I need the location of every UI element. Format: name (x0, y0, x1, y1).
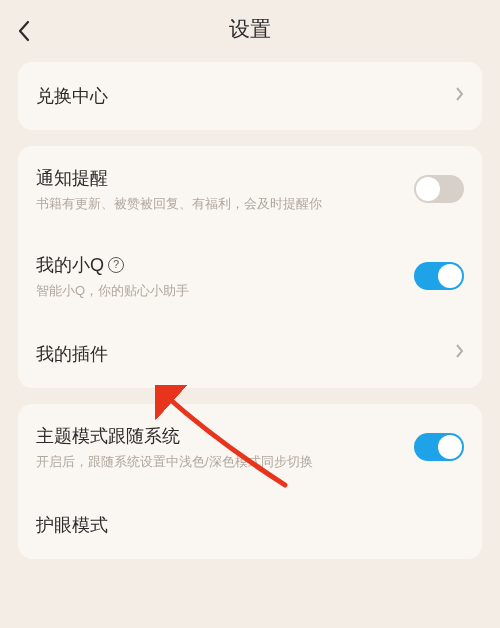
row-subtitle: 智能小Q，你的贴心小助手 (36, 283, 414, 300)
help-icon[interactable]: ? (108, 257, 124, 273)
back-button[interactable] (18, 20, 30, 46)
row-subtitle: 开启后，跟随系统设置中浅色/深色模式同步切换 (36, 454, 414, 471)
toggle-notifications[interactable] (414, 175, 464, 203)
row-title: 主题模式跟随系统 (36, 424, 414, 448)
row-title: 通知提醒 (36, 166, 414, 190)
row-theme-follow-system[interactable]: 主题模式跟随系统 开启后，跟随系统设置中浅色/深色模式同步切换 (18, 404, 482, 491)
row-notification-reminder[interactable]: 通知提醒 书籍有更新、被赞被回复、有福利，会及时提醒你 (18, 146, 482, 233)
toggle-theme-follow[interactable] (414, 433, 464, 461)
row-eye-care-mode[interactable]: 护眼模式 (18, 491, 482, 559)
row-title: 我的插件 (36, 342, 456, 366)
page-title: 设置 (18, 15, 482, 43)
row-my-little-q[interactable]: 我的小Q ? 智能小Q，你的贴心小助手 (18, 233, 482, 320)
row-title: 我的小Q ? (36, 253, 414, 277)
chevron-right-icon (456, 86, 464, 107)
toggle-little-q[interactable] (414, 262, 464, 290)
toggle-knob (438, 435, 462, 459)
row-my-plugins[interactable]: 我的插件 (18, 320, 482, 388)
back-icon (18, 20, 30, 42)
row-title-text: 我的小Q (36, 253, 104, 277)
toggle-knob (438, 264, 462, 288)
row-title: 兑换中心 (36, 84, 456, 108)
card-notifications: 通知提醒 书籍有更新、被赞被回复、有福利，会及时提醒你 我的小Q ? 智能小Q，… (18, 146, 482, 388)
row-exchange-center[interactable]: 兑换中心 (18, 62, 482, 130)
toggle-knob (416, 177, 440, 201)
card-exchange: 兑换中心 (18, 62, 482, 130)
header: 设置 (0, 0, 500, 62)
settings-content: 兑换中心 通知提醒 书籍有更新、被赞被回复、有福利，会及时提醒你 我的小Q ? (0, 62, 500, 559)
chevron-right-icon (456, 343, 464, 364)
row-title: 护眼模式 (36, 513, 464, 537)
card-theme: 主题模式跟随系统 开启后，跟随系统设置中浅色/深色模式同步切换 护眼模式 (18, 404, 482, 559)
row-subtitle: 书籍有更新、被赞被回复、有福利，会及时提醒你 (36, 196, 414, 213)
